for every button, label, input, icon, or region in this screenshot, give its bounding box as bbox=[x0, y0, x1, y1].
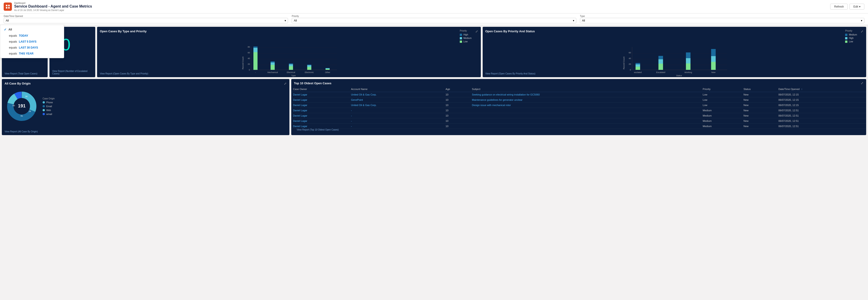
cell-status: New bbox=[742, 118, 776, 124]
header-title-block: Dashboard Service Dashboard - Agent and … bbox=[14, 2, 92, 11]
chart-origin: All Case By Origin ⤢ 191 16 60 bbox=[2, 79, 289, 135]
svg-rect-20 bbox=[271, 65, 275, 70]
refresh-button[interactable]: Refresh bbox=[830, 4, 848, 10]
datetime-filter-select[interactable]: All ▾ bbox=[4, 18, 288, 23]
legend-web: Web bbox=[42, 109, 55, 112]
cell-account[interactable]: United Oil & Gas Corp. bbox=[349, 102, 444, 108]
cell-owner[interactable]: Daniel Lagar bbox=[291, 118, 349, 124]
svg-text:Electrical: Electrical bbox=[287, 71, 295, 73]
edit-button[interactable]: Edit ▾ bbox=[849, 4, 864, 10]
donut-svg: 191 16 60 91 24 bbox=[5, 89, 39, 123]
datetime-dropdown: ✓ All equals TODAY equals LAST 5 DAYS eq… bbox=[0, 25, 64, 58]
legend-web-label: Web bbox=[46, 109, 51, 112]
cell-owner[interactable]: Daniel Lagar bbox=[291, 108, 349, 113]
total-open-report-link[interactable]: View Report (Total Open Cases) bbox=[5, 72, 37, 75]
chart-priority-status-report-link[interactable]: View Report (Open Cases By Priority And … bbox=[486, 72, 535, 75]
cell-age: 10 bbox=[444, 108, 470, 113]
cell-account[interactable]: - bbox=[349, 118, 444, 124]
type-filter-select[interactable]: All ▾ bbox=[580, 18, 864, 23]
svg-rect-49 bbox=[636, 63, 640, 64]
dropdown-item-all[interactable]: ✓ All bbox=[0, 26, 64, 33]
dropdown-item-last5[interactable]: equals LAST 5 DAYS bbox=[0, 39, 64, 44]
chevron-down-icon: ▾ bbox=[859, 5, 861, 8]
dropdown-item-thisyear[interactable]: equals THIS YEAR bbox=[0, 51, 64, 57]
col-datetime: Date/Time Opened ↑ bbox=[777, 86, 866, 92]
legend-wmail-label: wmail bbox=[46, 113, 52, 115]
svg-text:Record Count: Record Count bbox=[623, 57, 625, 69]
expand-icon4[interactable]: ⤢ bbox=[861, 81, 863, 85]
cell-owner[interactable]: Daniel Lagar bbox=[291, 92, 349, 97]
priority-filter: Priority All ▾ bbox=[292, 15, 576, 23]
legend-medium-label: Medium bbox=[463, 37, 472, 39]
table-row: Daniel Lagar - 10 Medium New 06/07/2020,… bbox=[291, 108, 866, 113]
cell-priority: Medium bbox=[701, 118, 742, 124]
svg-text:60: 60 bbox=[248, 52, 250, 54]
priority-filter-select[interactable]: All ▾ bbox=[292, 18, 576, 23]
chart-priority-status-svg: 0 20 40 60 Record Count esclated Escalat… bbox=[486, 44, 864, 77]
dropdown-last5-highlight: LAST 5 DAYS bbox=[19, 40, 36, 43]
legend-medium2: Medium bbox=[845, 33, 857, 36]
donut-legend-area: Case Origin Phone Email Web bbox=[42, 97, 55, 115]
cell-subject[interactable] bbox=[470, 113, 701, 118]
chart-origin-report-link[interactable]: View Report (All Case By Origin) bbox=[5, 130, 38, 133]
header: Dashboard Service Dashboard - Agent and … bbox=[0, 0, 868, 13]
svg-text:Status: Status bbox=[676, 74, 682, 77]
chevron-down-icon: ▾ bbox=[285, 19, 286, 22]
svg-text:esclated: esclated bbox=[634, 71, 642, 73]
chart-type-priority-report-link[interactable]: View Report (Open Cases By Type and Prio… bbox=[100, 72, 148, 75]
chart-type-priority: Open Cases By Type and Priority Priority… bbox=[97, 27, 481, 77]
svg-text:Working: Working bbox=[684, 71, 692, 73]
svg-text:60: 60 bbox=[12, 104, 15, 107]
cell-status: New bbox=[742, 102, 776, 108]
svg-text:-: - bbox=[255, 71, 256, 73]
priority-filter-value: All bbox=[294, 19, 297, 22]
cell-owner[interactable]: Daniel Lagar bbox=[291, 113, 349, 118]
legend-phone-dot bbox=[42, 101, 45, 103]
svg-text:Other: Other bbox=[325, 71, 330, 73]
cell-owner[interactable]: Daniel Lagar bbox=[291, 102, 349, 108]
escalated-report-link[interactable]: View Report (Number of Escalated Cases) bbox=[52, 70, 95, 75]
svg-rect-25 bbox=[289, 64, 293, 66]
expand-icon3[interactable]: ⤢ bbox=[284, 82, 287, 85]
header-left: Dashboard Service Dashboard - Agent and … bbox=[4, 2, 92, 11]
legend-high2-label: High bbox=[849, 37, 854, 39]
cell-account[interactable]: GenePoint bbox=[349, 97, 444, 102]
page-title: Service Dashboard - Agent and Case Metri… bbox=[14, 4, 92, 8]
svg-rect-32 bbox=[326, 69, 330, 70]
expand-icon[interactable]: ⤢ bbox=[475, 30, 478, 33]
dropdown-last30-highlight: LAST 30 DAYS bbox=[19, 46, 38, 49]
cell-account[interactable]: - bbox=[349, 108, 444, 113]
dashboard: 158 View Report (Total Open Cases) 30 Vi… bbox=[0, 25, 868, 300]
cell-datetime: 06/07/2020, 12:15 bbox=[777, 97, 866, 102]
chart-type-priority-title: Open Cases By Type and Priority bbox=[100, 30, 147, 33]
cell-subject[interactable] bbox=[470, 108, 701, 113]
cell-subject[interactable]: Seeking guidance on electrical wiring in… bbox=[470, 92, 701, 97]
svg-rect-61 bbox=[711, 49, 715, 56]
expand-icon2[interactable]: ⤢ bbox=[861, 30, 863, 33]
svg-text:60: 60 bbox=[628, 52, 631, 54]
cell-status: New bbox=[742, 97, 776, 102]
svg-rect-57 bbox=[686, 53, 690, 58]
cell-priority: Low bbox=[701, 97, 742, 102]
svg-rect-53 bbox=[658, 56, 663, 59]
svg-rect-18 bbox=[253, 47, 257, 48]
dropdown-item-today[interactable]: equals TODAY bbox=[0, 33, 64, 39]
cell-account[interactable]: - bbox=[349, 113, 444, 118]
dropdown-item-last30[interactable]: equals LAST 30 DAYS bbox=[0, 44, 64, 51]
svg-text:New: New bbox=[711, 71, 715, 73]
chart-type-priority-right: Priority High Medium Low bbox=[460, 30, 478, 43]
chart-type-priority-svg: 0 20 40 60 80 Record Count - bbox=[100, 44, 478, 77]
svg-text:16: 16 bbox=[25, 95, 28, 97]
cell-owner[interactable]: Daniel Lagar bbox=[291, 97, 349, 102]
legend-high: High bbox=[460, 33, 472, 36]
cell-account[interactable]: United Oil & Gas Corp. bbox=[349, 92, 444, 97]
cell-subject[interactable] bbox=[470, 118, 701, 124]
cell-subject[interactable]: Maintenance guidelines for generator unc… bbox=[470, 97, 701, 102]
cell-priority: Low bbox=[701, 102, 742, 108]
cell-subject[interactable]: Design issue with mechanical rotor bbox=[470, 102, 701, 108]
header-actions: Refresh Edit ▾ bbox=[830, 4, 864, 10]
edit-label: Edit bbox=[854, 5, 858, 8]
cell-status: New bbox=[742, 92, 776, 97]
table-oldest-report-link[interactable]: View Report (Top 10 Oldest Open Cases) bbox=[294, 127, 866, 133]
table-row: Daniel Lagar United Oil & Gas Corp. 10 D… bbox=[291, 102, 866, 108]
